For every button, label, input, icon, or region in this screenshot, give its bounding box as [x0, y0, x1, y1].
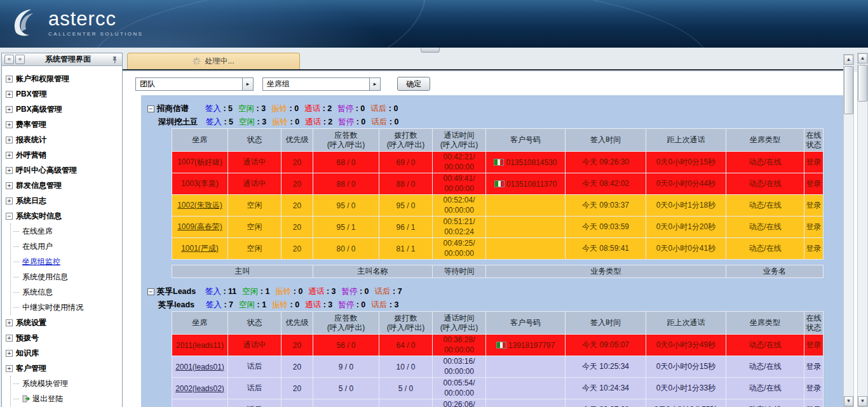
sidebar-subitem[interactable]: 坐席组监控 — [11, 254, 122, 269]
sidebar-pin-button[interactable] — [110, 55, 119, 64]
expand-icon[interactable]: + — [6, 182, 13, 189]
column-header: 优先级 — [281, 312, 313, 335]
sidebar-item[interactable]: +报表统计 — [6, 132, 122, 147]
agent-name-link[interactable]: 1002(朱致远) — [177, 201, 222, 210]
dropdown-arrow-icon[interactable]: ▸ — [242, 78, 253, 90]
sidebar-item[interactable]: +客户管理 — [6, 361, 122, 376]
scrollbar-thumb[interactable] — [844, 66, 853, 114]
sidebar-item[interactable]: +PBX高级管理 — [6, 102, 122, 117]
sidebar-subitem[interactable]: 退出登陆 — [11, 391, 122, 406]
expand-icon[interactable]: + — [6, 319, 13, 326]
expand-icon[interactable]: + — [6, 167, 13, 174]
expand-icon[interactable]: + — [6, 152, 13, 159]
expand-icon[interactable]: + — [6, 137, 13, 143]
sidebar-subitem[interactable]: 在线用户 — [11, 239, 122, 254]
column-header: 坐席类型 — [726, 312, 804, 335]
collapse-group-icon[interactable]: − — [147, 288, 154, 295]
column-header: 在线状态 — [804, 129, 824, 152]
agent-row: 1007(杨好婕)通话中2068 / 069 / 000:42:21/ 00:0… — [172, 152, 824, 173]
agent-name-link[interactable]: 1009(高春荣) — [177, 222, 222, 231]
sidebar-subitem-label: 系统信息 — [22, 287, 53, 298]
agent-group-section: −英孚Leads签入 : 11空闲 : 1振铃 : 0通话 : 3暂停 : 0话… — [141, 284, 843, 407]
online-status-cell: 登录 — [804, 378, 824, 399]
frame-splitter-handle[interactable] — [421, 48, 440, 53]
agent-name-link[interactable]: 1003(李泉) — [181, 179, 219, 188]
customer-number-cell — [486, 399, 566, 407]
scroll-up-icon[interactable]: ▲ — [858, 53, 867, 63]
sidebar-subitem[interactable]: 系统使用信息 — [11, 269, 122, 284]
sidebar-subitem-label: 系统模块管理 — [22, 378, 68, 389]
team-select[interactable]: 团队 ▸ — [135, 77, 254, 91]
stat-item: 振铃 : 0 — [272, 117, 299, 128]
sidebar-subitem[interactable]: 系统模块管理 — [11, 376, 122, 391]
sidebar-item[interactable]: +PBX管理 — [6, 86, 122, 102]
sidebar-item[interactable]: +群发信息管理 — [6, 178, 122, 193]
stat-item: 通话 : 3 — [308, 286, 336, 297]
sidebar-item[interactable]: +呼叫中心高级管理 — [6, 163, 122, 178]
stat-label: 话后 — [371, 300, 387, 309]
status-cell: 话后 — [228, 378, 281, 399]
sidebar-subitem[interactable]: 中继实时使用情况 — [11, 300, 122, 315]
status-cell: 空闲 — [228, 217, 281, 238]
sidebar-item[interactable]: +外呼营销 — [6, 147, 122, 163]
customer-number: 013510811370 — [487, 180, 564, 189]
expand-icon[interactable]: + — [6, 350, 13, 357]
sidebar-collapse-button[interactable]: « — [4, 55, 14, 64]
sidebar-item[interactable]: +预拨号 — [6, 330, 122, 345]
expand-icon[interactable]: + — [6, 335, 13, 342]
outer-scrollbar[interactable]: ▲ ▼ — [857, 53, 868, 407]
group-name: 招商信谱 — [157, 103, 205, 114]
agent-name-link[interactable]: 1007(杨好婕) — [177, 157, 222, 166]
sidebar-subitem-label: 中继实时使用情况 — [22, 302, 83, 313]
dropdown-arrow-icon[interactable]: ▸ — [369, 78, 380, 90]
sidebar-item-label: 系统设置 — [16, 317, 46, 328]
answered-cell: 95 / 0 — [313, 195, 379, 217]
sidebar-item[interactable]: −系统实时信息 — [6, 208, 122, 224]
collapse-group-icon[interactable]: − — [147, 105, 154, 112]
expand-icon[interactable]: + — [6, 76, 13, 83]
filter-row: 团队 ▸ 坐席组 ▸ 确定 — [135, 76, 430, 91]
sidebar-item[interactable]: +系统日志 — [6, 193, 122, 208]
confirm-button[interactable]: 确定 — [397, 77, 430, 91]
stat-value: : 3 — [321, 300, 332, 309]
agent-name-link[interactable]: 1001(严成) — [181, 244, 219, 253]
monitor-panel: −招商信谱签入 : 5空闲 : 3振铃 : 0通话 : 2暂停 : 0话后 : … — [141, 95, 843, 407]
scroll-up-icon[interactable]: ▲ — [844, 55, 853, 65]
talk-time-cell: 00:52:04/ 00:00:00 — [433, 195, 486, 217]
expand-icon[interactable]: + — [6, 121, 13, 128]
customer-number-cell — [486, 378, 566, 399]
sidebar-item[interactable]: +系统设置 — [6, 315, 122, 330]
scroll-down-icon[interactable]: ▼ — [858, 396, 867, 406]
stat-label: 签入 — [206, 117, 222, 126]
collapse-icon[interactable]: − — [6, 213, 13, 220]
sidebar-item[interactable]: +知识库 — [6, 345, 122, 361]
agent-name-link[interactable]: 2011(leads11) — [176, 341, 224, 350]
sidebar-collapse-all-button[interactable]: « — [15, 55, 25, 64]
expand-icon[interactable]: + — [6, 106, 13, 113]
scroll-down-icon[interactable]: ▼ — [844, 396, 853, 406]
column-header: 客户号码 — [486, 312, 566, 335]
column-header: 签入时间 — [566, 129, 646, 152]
customer-number: 013510814530 — [487, 158, 564, 167]
queue-column-header: 业务名 — [726, 265, 824, 278]
stat-value: : 3 — [324, 287, 336, 296]
agent-name-link[interactable]: 2002(leads02) — [175, 384, 224, 393]
sidebar-item-label: 系统实时信息 — [16, 211, 62, 222]
expand-icon[interactable]: + — [6, 91, 13, 98]
sidebar-subitem[interactable]: 在线坐席 — [11, 224, 122, 239]
scrollbar-thumb[interactable] — [858, 65, 867, 102]
expand-icon[interactable]: + — [6, 197, 13, 204]
expand-icon[interactable]: + — [6, 365, 13, 372]
dialed-cell: 69 / 0 — [379, 152, 433, 173]
tab-processing[interactable]: 处理中... — [127, 53, 300, 69]
column-header: 拨打数 (呼入/呼出) — [379, 129, 433, 152]
stat-item: 通话 : 2 — [305, 117, 332, 128]
agent-group-select[interactable]: 坐席组 ▸ — [262, 77, 381, 91]
agent-group-select-value: 坐席组 — [263, 79, 369, 90]
agent-name-link[interactable]: 2001(leads01) — [175, 363, 224, 371]
sidebar-item[interactable]: +账户和权限管理 — [6, 71, 122, 86]
sidebar-item[interactable]: +费率管理 — [6, 117, 122, 132]
sidebar-subitem[interactable]: 系统信息 — [11, 284, 122, 300]
inner-scrollbar[interactable]: ▲ ▼ — [843, 54, 854, 407]
stat-value: : 0 — [387, 117, 398, 126]
